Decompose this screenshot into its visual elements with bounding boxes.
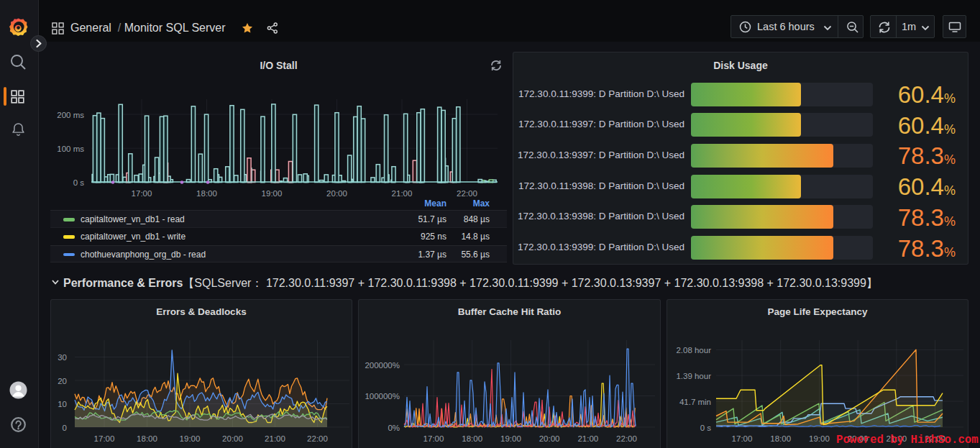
svg-text:200000%: 200000% <box>365 361 400 370</box>
svg-text:19:00: 19:00 <box>809 434 830 443</box>
svg-text:2.08 hour: 2.08 hour <box>676 346 711 355</box>
svg-text:20: 20 <box>58 377 67 385</box>
svg-text:1.39 hour: 1.39 hour <box>676 372 711 380</box>
svg-text:41.7 min: 41.7 min <box>679 398 711 406</box>
svg-text:100000%: 100000% <box>365 392 400 401</box>
svg-text:17:00: 17:00 <box>94 434 115 443</box>
svg-text:22:00: 22:00 <box>307 434 328 443</box>
svg-text:30: 30 <box>58 353 67 362</box>
svg-text:21:00: 21:00 <box>577 434 598 443</box>
svg-text:0%: 0% <box>388 424 400 432</box>
svg-text:0: 0 <box>63 424 67 432</box>
svg-text:20:00: 20:00 <box>539 434 560 443</box>
svg-text:18:00: 18:00 <box>770 434 791 443</box>
svg-text:17:00: 17:00 <box>732 434 753 443</box>
svg-text:19:00: 19:00 <box>180 434 201 443</box>
svg-text:18:00: 18:00 <box>137 434 157 443</box>
svg-text:19:00: 19:00 <box>500 434 521 443</box>
svg-text:20:00: 20:00 <box>222 434 243 443</box>
svg-text:21:00: 21:00 <box>265 434 285 443</box>
svg-text:18:00: 18:00 <box>462 434 482 443</box>
svg-text:0 s: 0 s <box>700 424 712 432</box>
svg-text:17:00: 17:00 <box>423 434 444 443</box>
svg-text:22:00: 22:00 <box>616 434 637 443</box>
svg-text:10: 10 <box>58 400 67 408</box>
